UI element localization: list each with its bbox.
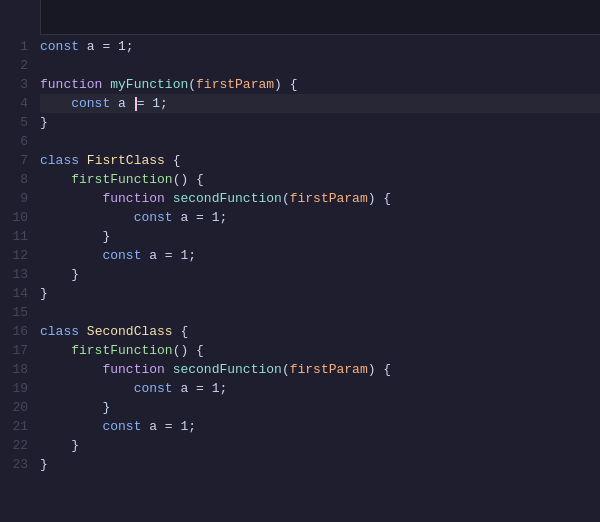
code-line: } — [40, 113, 600, 132]
token — [40, 341, 71, 360]
token: const — [134, 379, 173, 398]
token: ( — [282, 360, 290, 379]
token: function — [40, 75, 102, 94]
code-line: } — [40, 455, 600, 474]
token — [165, 189, 173, 208]
line-number: 9 — [8, 189, 28, 208]
code-line: } — [40, 227, 600, 246]
code-line: const a = 1; — [40, 208, 600, 227]
line-number: 5 — [8, 113, 28, 132]
line-number: 2 — [8, 56, 28, 75]
token: a = 1; — [173, 208, 228, 227]
code-line: function secondFunction(firstParam) { — [40, 189, 600, 208]
token: firstFunction — [71, 170, 172, 189]
code-line: const a = 1; — [40, 379, 600, 398]
code-line: } — [40, 436, 600, 455]
code-line: function secondFunction(firstParam) { — [40, 360, 600, 379]
code-line — [40, 56, 600, 75]
tab-index-js[interactable] — [0, 0, 41, 35]
token: function — [102, 189, 164, 208]
token: firstParam — [290, 360, 368, 379]
code-line: } — [40, 265, 600, 284]
token: { — [165, 151, 181, 170]
code-line: const a = 1; — [40, 37, 600, 56]
token: } — [40, 265, 79, 284]
token: () { — [173, 341, 204, 360]
token — [40, 208, 134, 227]
token — [40, 379, 134, 398]
code-line: } — [40, 398, 600, 417]
line-number: 15 — [8, 303, 28, 322]
line-number: 22 — [8, 436, 28, 455]
token: { — [173, 322, 189, 341]
token: class — [40, 151, 79, 170]
token: ( — [188, 75, 196, 94]
cursor-icon — [135, 97, 137, 111]
token: a = 1; — [173, 379, 228, 398]
token: a — [110, 94, 133, 113]
token: ) { — [368, 360, 391, 379]
token: const — [102, 246, 141, 265]
token: const — [71, 94, 110, 113]
line-number: 1 — [8, 37, 28, 56]
line-number: 10 — [8, 208, 28, 227]
line-number: 18 — [8, 360, 28, 379]
code-line: const a = 1; — [40, 94, 600, 113]
token: } — [40, 227, 110, 246]
code-line: const a = 1; — [40, 417, 600, 436]
code-line: } — [40, 284, 600, 303]
editor: 1234567891011121314151617181920212223 co… — [0, 35, 600, 522]
token — [40, 189, 102, 208]
line-number: 16 — [8, 322, 28, 341]
line-number: 12 — [8, 246, 28, 265]
token — [40, 246, 102, 265]
line-number: 17 — [8, 341, 28, 360]
line-number: 21 — [8, 417, 28, 436]
token: = 1; — [134, 94, 168, 113]
line-numbers: 1234567891011121314151617181920212223 — [0, 35, 40, 522]
code-line: firstFunction() { — [40, 170, 600, 189]
code-line: const a = 1; — [40, 246, 600, 265]
token: SecondClass — [87, 322, 173, 341]
line-number: 8 — [8, 170, 28, 189]
code-area[interactable]: const a = 1; function myFunction(firstPa… — [40, 35, 600, 522]
token: FisrtClass — [87, 151, 165, 170]
token: ( — [282, 189, 290, 208]
token: firstParam — [290, 189, 368, 208]
token: function — [102, 360, 164, 379]
code-line: firstFunction() { — [40, 341, 600, 360]
token: } — [40, 113, 48, 132]
tab-bar — [0, 0, 600, 35]
token: a = 1; — [79, 37, 134, 56]
line-number: 6 — [8, 132, 28, 151]
line-number: 7 — [8, 151, 28, 170]
line-number: 11 — [8, 227, 28, 246]
code-line — [40, 132, 600, 151]
token: firstParam — [196, 75, 274, 94]
token: } — [40, 284, 48, 303]
token: const — [102, 417, 141, 436]
line-number: 14 — [8, 284, 28, 303]
token: () { — [173, 170, 204, 189]
token: a = 1; — [141, 417, 196, 436]
token — [165, 360, 173, 379]
line-number: 4 — [8, 94, 28, 113]
token: secondFunction — [173, 189, 282, 208]
token — [40, 170, 71, 189]
token: ) { — [368, 189, 391, 208]
token: } — [40, 455, 48, 474]
token: class — [40, 322, 79, 341]
token — [40, 94, 71, 113]
token: } — [40, 436, 79, 455]
code-line: class FisrtClass { — [40, 151, 600, 170]
code-line: class SecondClass { — [40, 322, 600, 341]
token — [40, 360, 102, 379]
token: a = 1; — [141, 246, 196, 265]
code-line — [40, 303, 600, 322]
line-number: 13 — [8, 265, 28, 284]
line-number: 19 — [8, 379, 28, 398]
line-number: 23 — [8, 455, 28, 474]
line-number: 3 — [8, 75, 28, 94]
token — [79, 322, 87, 341]
token — [79, 151, 87, 170]
